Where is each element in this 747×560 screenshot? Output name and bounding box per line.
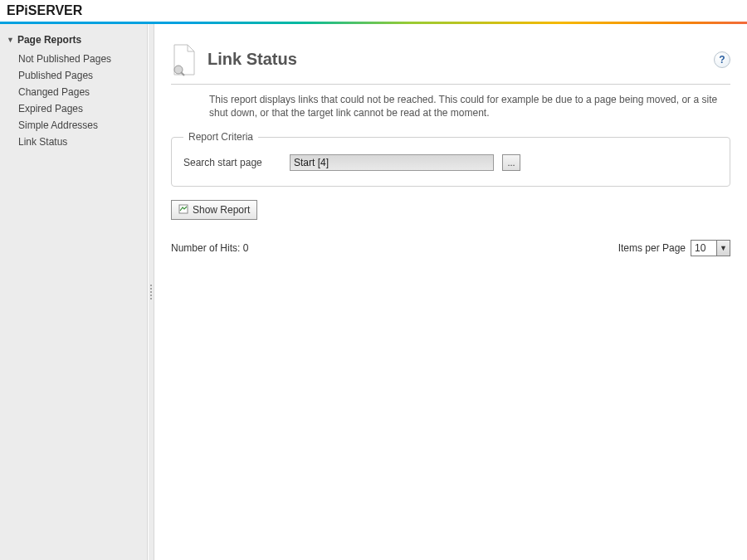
sidebar-item-simple-addresses[interactable]: Simple Addresses xyxy=(18,117,147,134)
criteria-fieldset: Report Criteria Search start page ... xyxy=(171,131,730,187)
search-start-page-label: Search start page xyxy=(183,157,281,168)
hits-value: 0 xyxy=(243,242,249,254)
help-icon: ? xyxy=(719,54,725,66)
page-document-icon xyxy=(171,43,198,76)
ellipsis-icon: ... xyxy=(507,158,515,168)
show-report-button[interactable]: Show Report xyxy=(171,200,257,220)
page-title: Link Status xyxy=(208,50,704,69)
sidebar-group-toggle[interactable]: ▼ Page Reports xyxy=(0,31,147,51)
sidebar-item-link-status[interactable]: Link Status xyxy=(18,134,147,150)
svg-rect-2 xyxy=(179,205,188,213)
grip-icon xyxy=(150,285,152,299)
logo-text: EPiSERVER xyxy=(7,3,82,18)
browse-page-button[interactable]: ... xyxy=(502,154,520,171)
page-description: This report displays links that could no… xyxy=(171,93,730,131)
report-icon xyxy=(178,204,188,217)
items-per-page-select[interactable]: 10 ▼ xyxy=(691,240,730,256)
main-content: Link Status ? This report displays links… xyxy=(154,24,747,560)
show-report-label: Show Report xyxy=(193,204,250,216)
sidebar-item-expired[interactable]: Expired Pages xyxy=(18,100,147,117)
collapse-icon: ▼ xyxy=(7,36,14,44)
help-button[interactable]: ? xyxy=(714,51,730,68)
criteria-legend: Report Criteria xyxy=(183,131,258,143)
chevron-down-icon: ▼ xyxy=(716,241,730,256)
number-of-hits: Number of Hits: 0 xyxy=(171,242,248,254)
logo: EPiSERVER xyxy=(7,3,82,18)
items-per-page-value: 10 xyxy=(691,242,716,254)
sidebar-item-changed[interactable]: Changed Pages xyxy=(18,84,147,100)
sidebar-group-title: Page Reports xyxy=(17,34,81,46)
sidebar-item-not-published[interactable]: Not Published Pages xyxy=(18,51,147,67)
sidebar: ▼ Page Reports Not Published Pages Publi… xyxy=(0,24,148,560)
items-per-page-label: Items per Page xyxy=(618,242,686,254)
hits-label: Number of Hits: xyxy=(171,242,243,254)
sidebar-item-published[interactable]: Published Pages xyxy=(18,67,147,84)
search-start-page-input[interactable] xyxy=(290,154,494,171)
topbar: EPiSERVER xyxy=(0,0,747,22)
splitter-handle[interactable] xyxy=(148,24,154,560)
